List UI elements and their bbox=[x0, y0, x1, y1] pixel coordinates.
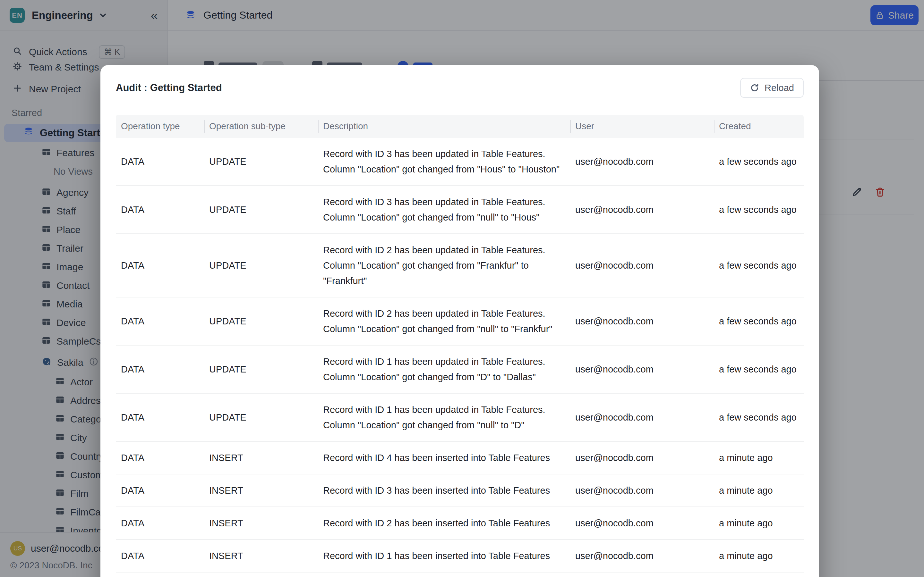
refresh-icon bbox=[750, 83, 759, 93]
created-cell: a few seconds ago bbox=[714, 297, 804, 345]
sub-cell: UPDATE bbox=[204, 234, 318, 297]
table-row: DATAUPDATERecord with ID 2 has been upda… bbox=[116, 234, 804, 297]
user-cell: user@nocodb.com bbox=[570, 507, 714, 540]
created-cell: a few seconds ago bbox=[714, 393, 804, 442]
created-cell: a few seconds ago bbox=[714, 185, 804, 234]
modal-title: Audit : Getting Started bbox=[116, 82, 222, 93]
user-cell: user@nocodb.com bbox=[570, 393, 714, 442]
sub-cell: UPDATE bbox=[204, 138, 318, 185]
table-row: DATAUPDATERecord with ID 3 has been upda… bbox=[116, 185, 804, 234]
table-row: DATAUPDATERecord with ID 2 has been upda… bbox=[116, 297, 804, 345]
created-cell: a minute ago bbox=[714, 507, 804, 540]
desc-cell: Record with ID 4 has been inserted into … bbox=[318, 442, 570, 474]
user-cell: user@nocodb.com bbox=[570, 297, 714, 345]
audit-table: Operation type Operation sub-type Descri… bbox=[116, 115, 804, 572]
desc-cell: Record with ID 3 has been inserted into … bbox=[318, 474, 570, 507]
table-row: DATAUPDATERecord with ID 3 has been upda… bbox=[116, 138, 804, 185]
table-row: DATAINSERTRecord with ID 3 has been inse… bbox=[116, 474, 804, 507]
created-cell: a few seconds ago bbox=[714, 234, 804, 297]
user-cell: user@nocodb.com bbox=[570, 185, 714, 234]
col-description: Description bbox=[318, 115, 570, 138]
user-cell: user@nocodb.com bbox=[570, 345, 714, 393]
user-cell: user@nocodb.com bbox=[570, 442, 714, 474]
table-row: DATAINSERTRecord with ID 2 has been inse… bbox=[116, 507, 804, 540]
created-cell: a few seconds ago bbox=[714, 345, 804, 393]
created-cell: a minute ago bbox=[714, 540, 804, 572]
sub-cell: INSERT bbox=[204, 507, 318, 540]
op-cell: DATA bbox=[116, 540, 204, 572]
table-row: DATAUPDATERecord with ID 1 has been upda… bbox=[116, 345, 804, 393]
op-cell: DATA bbox=[116, 393, 204, 442]
user-cell: user@nocodb.com bbox=[570, 234, 714, 297]
created-cell: a few seconds ago bbox=[714, 138, 804, 185]
created-cell: a minute ago bbox=[714, 474, 804, 507]
sub-cell: UPDATE bbox=[204, 345, 318, 393]
user-cell: user@nocodb.com bbox=[570, 540, 714, 572]
desc-cell: Record with ID 2 has been updated in Tab… bbox=[318, 234, 570, 297]
user-cell: user@nocodb.com bbox=[570, 474, 714, 507]
desc-cell: Record with ID 1 has been inserted into … bbox=[318, 540, 570, 572]
op-cell: DATA bbox=[116, 474, 204, 507]
op-cell: DATA bbox=[116, 185, 204, 234]
modal-header: Audit : Getting Started Reload bbox=[116, 77, 804, 98]
reload-label: Reload bbox=[764, 83, 794, 93]
table-row: DATAINSERTRecord with ID 4 has been inse… bbox=[116, 442, 804, 474]
col-operation-subtype: Operation sub-type bbox=[204, 115, 318, 138]
audit-modal: Audit : Getting Started Reload Operation… bbox=[100, 65, 819, 577]
col-user: User bbox=[570, 115, 714, 138]
desc-cell: Record with ID 1 has been updated in Tab… bbox=[318, 345, 570, 393]
op-cell: DATA bbox=[116, 234, 204, 297]
op-cell: DATA bbox=[116, 442, 204, 474]
desc-cell: Record with ID 3 has been updated in Tab… bbox=[318, 185, 570, 234]
desc-cell: Record with ID 1 has been updated in Tab… bbox=[318, 393, 570, 442]
sub-cell: INSERT bbox=[204, 540, 318, 572]
created-cell: a minute ago bbox=[714, 442, 804, 474]
sub-cell: INSERT bbox=[204, 442, 318, 474]
sub-cell: UPDATE bbox=[204, 393, 318, 442]
op-cell: DATA bbox=[116, 138, 204, 185]
col-created: Created bbox=[714, 115, 804, 138]
op-cell: DATA bbox=[116, 297, 204, 345]
desc-cell: Record with ID 2 has been updated in Tab… bbox=[318, 297, 570, 345]
op-cell: DATA bbox=[116, 507, 204, 540]
col-operation-type: Operation type bbox=[116, 115, 204, 138]
table-row: DATAINSERTRecord with ID 1 has been inse… bbox=[116, 540, 804, 572]
desc-cell: Record with ID 2 has been inserted into … bbox=[318, 507, 570, 540]
sub-cell: UPDATE bbox=[204, 185, 318, 234]
sub-cell: INSERT bbox=[204, 474, 318, 507]
table-row: DATAUPDATERecord with ID 1 has been upda… bbox=[116, 393, 804, 442]
user-cell: user@nocodb.com bbox=[570, 138, 714, 185]
reload-button[interactable]: Reload bbox=[740, 78, 804, 98]
table-header-row: Operation type Operation sub-type Descri… bbox=[116, 115, 804, 138]
op-cell: DATA bbox=[116, 345, 204, 393]
sub-cell: UPDATE bbox=[204, 297, 318, 345]
desc-cell: Record with ID 3 has been updated in Tab… bbox=[318, 138, 570, 185]
